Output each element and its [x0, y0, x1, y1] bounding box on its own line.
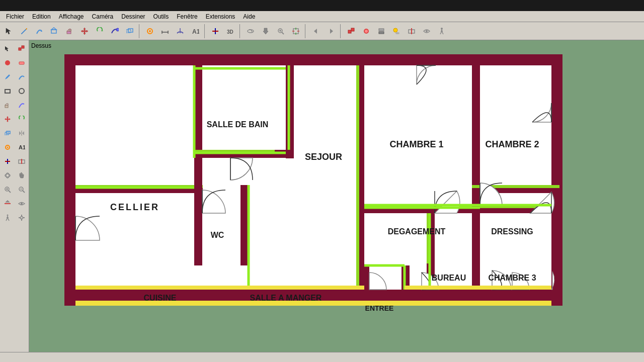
svg-rect-37 [379, 29, 384, 31]
left-select-tool[interactable] [1, 42, 14, 55]
left-section2-tool[interactable] [1, 197, 14, 210]
toolbar-separator-2 [204, 24, 206, 38]
push-pull-tool[interactable] [62, 24, 76, 38]
rotate-tool[interactable] [93, 24, 107, 38]
3d-text-tool[interactable]: 3D [223, 24, 237, 38]
follow-me-tool[interactable] [108, 24, 122, 38]
zoom-tool[interactable] [274, 24, 288, 38]
left-axes-tool[interactable] [1, 155, 14, 168]
left-zoom-in-tool[interactable] [1, 183, 14, 196]
left-position-tool[interactable] [15, 211, 28, 224]
dimension-tool[interactable] [158, 24, 172, 38]
left-followme-tool[interactable] [15, 99, 28, 112]
components-tool[interactable] [344, 24, 358, 38]
layer-tool[interactable] [374, 24, 388, 38]
floor-plan: SALLE DE BAIN SEJOUR CHAMBRE 1 CHAMBRE 2… [59, 49, 568, 311]
svg-point-47 [5, 60, 10, 65]
svg-rect-88 [64, 54, 75, 306]
left-tape-tool[interactable] [1, 141, 14, 154]
section-tool[interactable] [405, 24, 419, 38]
menu-extensions[interactable]: Extensions [202, 12, 239, 21]
toolbar-separator-4 [305, 24, 307, 38]
previous-view[interactable] [309, 24, 323, 38]
svg-marker-5 [69, 29, 71, 31]
svg-rect-51 [5, 105, 8, 108]
orbit-tool[interactable] [244, 24, 258, 38]
left-circle-tool[interactable] [15, 84, 28, 98]
svg-point-44 [441, 28, 443, 30]
svg-text:CUISINE: CUISINE [144, 294, 177, 302]
svg-rect-86 [64, 54, 562, 65]
left-scale-tool[interactable] [1, 127, 14, 140]
menu-aide[interactable]: Aide [239, 12, 259, 21]
menu-fenetre[interactable]: Fenêtre [173, 12, 201, 21]
left-rotate-tool[interactable] [15, 113, 28, 126]
svg-marker-52 [5, 104, 8, 105]
left-text-tool[interactable]: A1 [15, 141, 28, 154]
canvas-label: Dessus [31, 42, 51, 49]
left-pencil-tool[interactable] [1, 70, 14, 83]
svg-text:CHAMBRE 3: CHAMBRE 3 [488, 274, 536, 282]
svg-text:SALLE DE BAIN: SALLE DE BAIN [207, 120, 269, 129]
left-walk-tool[interactable] [1, 211, 14, 224]
scale-tool[interactable] [123, 24, 137, 38]
left-paint-tool[interactable] [1, 56, 14, 69]
left-flip-tool[interactable] [15, 127, 28, 140]
move-tool[interactable] [77, 24, 92, 38]
left-eye-tool[interactable] [15, 197, 28, 210]
left-orbit-tool[interactable] [1, 169, 14, 182]
left-erase-tool[interactable] [15, 56, 28, 69]
shadow-tool[interactable] [389, 24, 404, 38]
main-area: A1 [0, 40, 644, 352]
menu-affichage[interactable]: Affichage [55, 12, 88, 21]
shape-tool[interactable] [47, 24, 61, 38]
canvas-area[interactable]: Dessus [29, 40, 644, 352]
arc-tool[interactable] [32, 24, 46, 38]
left-component-tool[interactable] [15, 42, 28, 55]
svg-text:DEGAGEMENT: DEGAGEMENT [388, 227, 446, 236]
svg-text:ENTREE: ENTREE [365, 304, 394, 311]
pan-tool[interactable] [259, 24, 273, 38]
svg-text:BUREAU: BUREAU [432, 274, 466, 282]
svg-point-43 [426, 30, 428, 32]
left-pushpull-tool[interactable] [1, 99, 14, 112]
svg-marker-77 [6, 201, 9, 202]
svg-rect-48 [19, 62, 24, 64]
left-zoom-out-tool[interactable] [15, 183, 28, 196]
menu-dessiner[interactable]: Dessiner [117, 12, 149, 21]
left-rect-tool[interactable] [1, 84, 14, 98]
svg-rect-94 [194, 185, 202, 265]
svg-rect-46 [22, 46, 24, 48]
svg-marker-32 [330, 29, 333, 34]
svg-text:WC: WC [211, 231, 224, 239]
left-move-tool[interactable] [1, 113, 14, 126]
svg-marker-58 [22, 131, 24, 135]
menu-fichier[interactable]: Fichier [2, 12, 28, 21]
svg-text:CHAMBRE 2: CHAMBRE 2 [485, 139, 539, 149]
svg-text:3D: 3D [227, 29, 233, 35]
left-section-tool[interactable] [15, 155, 28, 168]
svg-rect-49 [5, 89, 10, 93]
zoom-extents-tool[interactable] [289, 24, 303, 38]
left-toolbar: A1 [0, 40, 29, 352]
eye-tool[interactable] [420, 24, 434, 38]
menu-edition[interactable]: Edition [28, 12, 55, 21]
menu-camera[interactable]: Caméra [88, 12, 118, 21]
svg-rect-38 [379, 32, 384, 34]
pencil-tool[interactable] [17, 24, 31, 38]
select-tool[interactable] [2, 24, 16, 38]
tape-tool[interactable] [143, 24, 157, 38]
svg-text:DRESSING: DRESSING [491, 227, 533, 236]
text-tool[interactable]: A1 [188, 24, 202, 38]
protractor-tool[interactable] [173, 24, 187, 38]
axes-tool[interactable] [208, 24, 222, 38]
svg-text:SALLE A MANGER: SALLE A MANGER [250, 294, 322, 302]
svg-point-8 [116, 28, 119, 31]
next-view[interactable] [324, 24, 338, 38]
paint-tool[interactable] [359, 24, 373, 38]
left-arc-tool[interactable] [15, 70, 28, 83]
left-hand-tool[interactable] [15, 169, 28, 182]
svg-marker-6 [81, 28, 88, 35]
menu-outils[interactable]: Outils [149, 12, 173, 21]
walk-tool[interactable] [435, 24, 449, 38]
